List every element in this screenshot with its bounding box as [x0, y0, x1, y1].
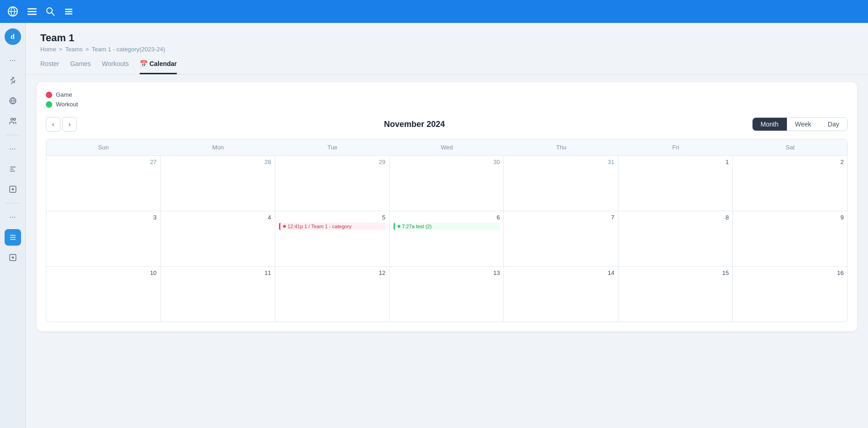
cal-date: 16: [737, 269, 844, 276]
cal-cell-nov7: 7: [504, 211, 618, 266]
cal-date: 12: [279, 269, 386, 276]
cal-cell-nov1: 1: [618, 156, 733, 211]
main-content: Team 1 Home > Teams > Team 1 - category(…: [26, 23, 868, 428]
workout-event-label: 7:27a test (2): [402, 224, 432, 229]
cal-cell-oct28: 28: [161, 156, 275, 211]
day-name-sun: Sun: [46, 139, 161, 155]
cal-date: 13: [393, 269, 500, 276]
calendar-tab-icon: 📅: [140, 60, 149, 67]
cal-cell-oct27: 27: [46, 156, 161, 211]
view-month-button[interactable]: Month: [753, 118, 787, 131]
cal-date: 2: [737, 159, 844, 165]
day-name-thu: Thu: [504, 139, 618, 155]
day-name-sat: Sat: [733, 139, 847, 155]
sidebar-item-sports[interactable]: [5, 93, 21, 109]
calendar-week-2: 3 4 5 12:41p 1 / Team 1 - category 6: [46, 211, 847, 267]
breadcrumb-teams[interactable]: Teams: [65, 46, 82, 53]
view-day-button[interactable]: Day: [819, 118, 847, 131]
calendar-month-title: November 2024: [384, 120, 445, 129]
cal-cell-nov9: 9: [733, 211, 847, 266]
next-month-button[interactable]: ›: [62, 117, 77, 132]
cal-cell-nov6: 6 7:27a test (2): [390, 211, 504, 266]
cal-cell-nov14: 14: [504, 267, 618, 322]
cal-date: 3: [50, 214, 157, 221]
sidebar-item-dots2[interactable]: ···: [5, 141, 21, 157]
calendar-header: ‹ › November 2024 Month Week Day: [46, 117, 848, 132]
calendar-weeks: 27 28 29 30 31 1 2 3 4 5: [46, 156, 847, 322]
breadcrumb: Home > Teams > Team 1 - category(2023-24…: [40, 46, 853, 53]
day-name-mon: Mon: [161, 139, 275, 155]
calendar-week-3: 10 11 12 13 14 15 16: [46, 267, 847, 322]
cal-cell-nov8: 8: [618, 211, 733, 266]
cal-cell-nov13: 13: [390, 267, 504, 322]
cal-date: 14: [508, 269, 614, 276]
sidebar-item-dots1[interactable]: ···: [5, 52, 21, 69]
page-title: Team 1: [40, 32, 853, 44]
game-event[interactable]: 12:41p 1 / Team 1 - category: [279, 223, 386, 230]
sidebar: d ··· ···: [0, 23, 26, 428]
cal-date: 15: [622, 269, 729, 276]
view-week-button[interactable]: Week: [787, 118, 820, 131]
svg-rect-3: [27, 14, 37, 15]
sidebar-item-report[interactable]: [5, 229, 21, 246]
tab-games[interactable]: Games: [70, 60, 91, 74]
cal-date: 7: [508, 214, 614, 221]
game-event-dot: [283, 225, 286, 228]
game-legend-dot: [46, 92, 52, 98]
cal-cell-nov16: 16: [733, 267, 847, 322]
sidebar-item-add1[interactable]: [5, 181, 21, 198]
basketball-icon[interactable]: [7, 6, 18, 17]
cal-cell-nov12: 12: [275, 267, 390, 322]
cal-cell-nov5: 5 12:41p 1 / Team 1 - category: [275, 211, 390, 266]
list-icon[interactable]: [64, 7, 73, 16]
prev-month-button[interactable]: ‹: [46, 117, 60, 132]
search-icon[interactable]: [46, 7, 55, 16]
cal-date: 29: [279, 159, 386, 165]
cal-date: 30: [393, 159, 500, 165]
day-name-tue: Tue: [275, 139, 390, 155]
svg-point-11: [11, 118, 13, 121]
cal-cell-nov15: 15: [618, 267, 733, 322]
cal-cell-nov10: 10: [46, 267, 161, 322]
svg-rect-1: [27, 8, 37, 10]
tabs: Roster Games Workouts 📅 Calendar: [26, 53, 868, 75]
menu-icon[interactable]: [27, 7, 37, 16]
cal-date: 9: [737, 214, 844, 221]
svg-point-9: [12, 77, 14, 79]
sidebar-divider2: [6, 203, 20, 203]
layout: d ··· ···: [0, 23, 868, 428]
day-name-fri: Fri: [618, 139, 733, 155]
tab-calendar[interactable]: 📅 Calendar: [140, 60, 177, 74]
cal-cell-oct31: 31: [504, 156, 618, 211]
calendar-grid: Sun Mon Tue Wed Thu Fri Sat 27 28 29 30: [46, 139, 848, 322]
page-header: Team 1 Home > Teams > Team 1 - category(…: [26, 23, 868, 53]
cal-date: 27: [50, 159, 157, 165]
tab-roster[interactable]: Roster: [40, 60, 59, 74]
breadcrumb-home[interactable]: Home: [40, 46, 56, 53]
cal-date: 31: [508, 159, 614, 165]
game-legend-label: Game: [56, 91, 72, 98]
tab-workouts[interactable]: Workouts: [102, 60, 129, 74]
sidebar-divider1: [6, 135, 20, 135]
svg-rect-6: [65, 9, 72, 10]
svg-point-4: [47, 8, 52, 13]
legend-game: Game: [46, 91, 848, 98]
cal-cell-nov4: 4: [161, 211, 275, 266]
cal-cell-oct29: 29: [275, 156, 390, 211]
cal-date: 10: [50, 269, 157, 276]
svg-rect-8: [65, 13, 72, 15]
top-nav: [0, 0, 868, 23]
cal-cell-nov2: 2: [733, 156, 847, 211]
sidebar-item-dots3[interactable]: ···: [5, 209, 21, 225]
sidebar-item-add2[interactable]: [5, 249, 21, 266]
sidebar-item-users[interactable]: [5, 113, 21, 129]
cal-date: 6: [393, 214, 500, 221]
cal-cell-nov3: 3: [46, 211, 161, 266]
avatar[interactable]: d: [5, 28, 21, 45]
workout-event[interactable]: 7:27a test (2): [393, 223, 500, 230]
workout-event-dot: [398, 225, 400, 228]
cal-cell-nov11: 11: [161, 267, 275, 322]
sidebar-item-run[interactable]: [5, 72, 21, 89]
sidebar-item-lines[interactable]: [5, 161, 21, 177]
calendar-container: Game Workout ‹ › November 2024 Month Wee…: [37, 82, 857, 331]
